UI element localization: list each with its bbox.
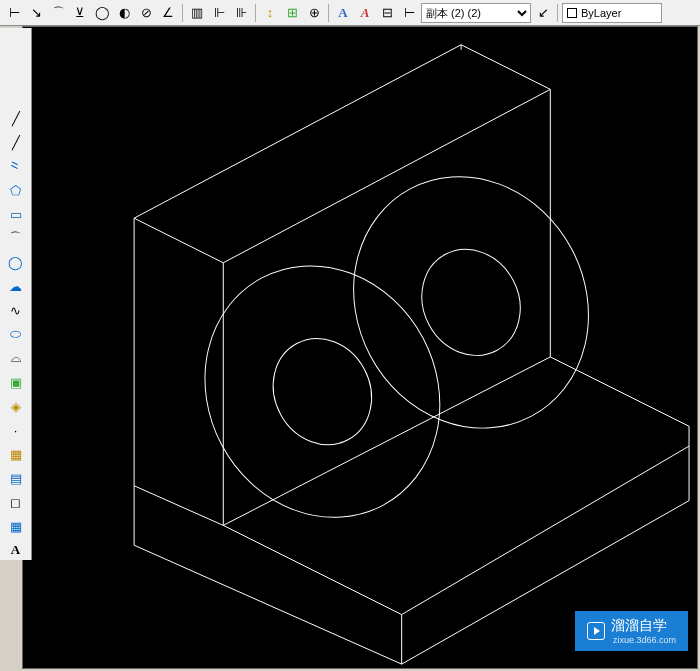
multiline-text-icon[interactable]: A: [5, 540, 27, 560]
divider: [328, 4, 329, 22]
gradient-icon[interactable]: ▤: [5, 468, 27, 488]
ellipse-icon[interactable]: ⬭: [5, 324, 27, 344]
jogged-dim-icon[interactable]: ◐: [114, 3, 134, 23]
revision-cloud-icon[interactable]: ☁: [5, 276, 27, 296]
insert-block-icon[interactable]: ▣: [5, 372, 27, 392]
continue-dim-icon[interactable]: ⊪: [231, 3, 251, 23]
svg-line-10: [402, 446, 689, 614]
dim-break-icon[interactable]: ⊞: [282, 3, 302, 23]
region-icon[interactable]: ◻: [5, 492, 27, 512]
svg-line-2: [223, 89, 550, 262]
dim-space-icon[interactable]: ↕: [260, 3, 280, 23]
watermark-text: 溜溜自学: [611, 617, 667, 633]
spline-icon[interactable]: ∿: [5, 300, 27, 320]
dim-text-a-icon[interactable]: A: [333, 3, 353, 23]
watermark-url: zixue.3d66.com: [613, 635, 676, 645]
svg-line-9: [550, 357, 689, 426]
svg-point-19: [161, 224, 483, 559]
svg-line-16: [134, 486, 223, 526]
quick-dim-icon[interactable]: ▥: [187, 3, 207, 23]
point-icon[interactable]: ·: [5, 420, 27, 440]
make-block-icon[interactable]: ◈: [5, 396, 27, 416]
dim-style-refresh-icon[interactable]: ↙: [533, 3, 553, 23]
svg-point-22: [403, 232, 538, 373]
polyline-icon[interactable]: ⺀: [5, 156, 27, 176]
dimension-toolbar: ⊢ ↘ ⌒ ⊻ ◯ ◐ ⊘ ∠ ▥ ⊩ ⊪ ↕ ⊞ ⊕ A A ⊟ ⊢ 副本 (…: [0, 0, 700, 26]
hatch-icon[interactable]: ▦: [5, 444, 27, 464]
table-icon[interactable]: ▦: [5, 516, 27, 536]
line-icon[interactable]: ╱: [5, 108, 27, 128]
ordinate-dim-icon[interactable]: ⊻: [70, 3, 90, 23]
construction-line-icon[interactable]: ╱: [5, 132, 27, 152]
svg-line-6: [223, 357, 550, 525]
wireframe-drawing: [35, 29, 695, 666]
dim-text-edit-icon[interactable]: A: [355, 3, 375, 23]
dim-edit-icon[interactable]: ⊟: [377, 3, 397, 23]
svg-line-8: [223, 525, 401, 614]
svg-line-0: [134, 45, 461, 218]
svg-point-21: [310, 135, 632, 470]
svg-line-1: [461, 45, 550, 90]
layer-label: ByLayer: [581, 7, 621, 19]
arc-dim-icon[interactable]: ⌒: [48, 3, 68, 23]
tolerance-dim-icon[interactable]: ⊕: [304, 3, 324, 23]
rectangle-icon[interactable]: ▭: [5, 204, 27, 224]
dim-style-select[interactable]: 副本 (2) (2): [421, 3, 531, 23]
color-swatch-icon: [567, 8, 577, 18]
polygon-icon[interactable]: ⬠: [5, 180, 27, 200]
linear-dim-icon[interactable]: ⊢: [4, 3, 24, 23]
ellipse-arc-icon[interactable]: ⌓: [5, 348, 27, 368]
divider: [255, 4, 256, 22]
svg-line-3: [134, 218, 223, 263]
angular-dim-icon[interactable]: ∠: [158, 3, 178, 23]
baseline-dim-icon[interactable]: ⊩: [209, 3, 229, 23]
watermark: 溜溜自学 zixue.3d66.com: [575, 611, 688, 651]
svg-line-17: [134, 545, 402, 664]
aligned-dim-icon[interactable]: ↘: [26, 3, 46, 23]
layer-color-dropdown[interactable]: ByLayer: [562, 3, 662, 23]
arc-icon[interactable]: ⌒: [5, 228, 27, 248]
dim-update-icon[interactable]: ⊢: [399, 3, 419, 23]
diameter-dim-icon[interactable]: ⊘: [136, 3, 156, 23]
divider: [557, 4, 558, 22]
radius-dim-icon[interactable]: ◯: [92, 3, 112, 23]
circle-icon[interactable]: ◯: [5, 252, 27, 272]
divider: [182, 4, 183, 22]
draw-toolbar: ╱ ╱ ⺀ ⬠ ▭ ⌒ ◯ ☁ ∿ ⬭ ⌓ ▣ ◈ · ▦ ▤ ◻ ▦ A: [0, 28, 32, 560]
svg-point-20: [255, 321, 390, 462]
play-icon: [587, 622, 605, 640]
drawing-canvas[interactable]: [22, 26, 698, 669]
